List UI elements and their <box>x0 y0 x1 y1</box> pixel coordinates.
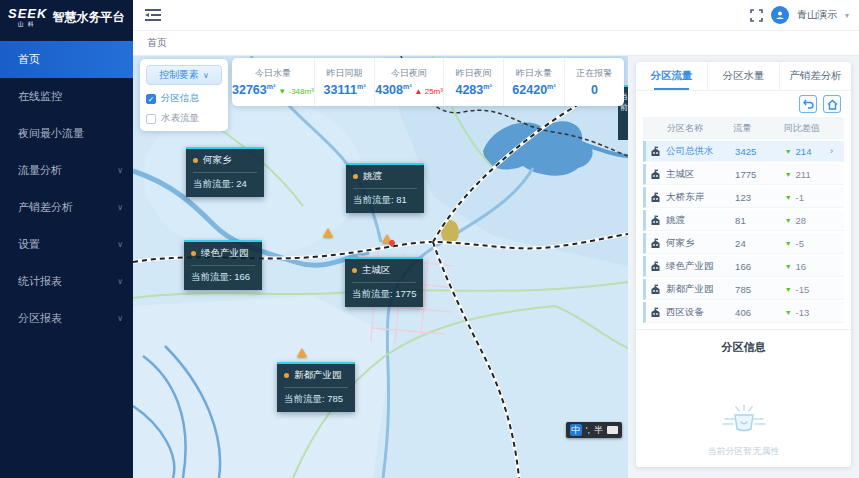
right-panel: 分区流量 分区水量 产销差分析 <box>628 56 859 478</box>
map-canvas[interactable]: 控制要素 ∨ ✓ 分区信息 水表流量 <box>133 56 628 478</box>
zone-tooltip[interactable]: 新都产业园 当前流量: 785 <box>277 362 355 412</box>
zone-table: 公司总供水 3425 ▼ 214 › <box>636 139 851 325</box>
zone-info-title: 分区信息 <box>722 340 766 355</box>
panel-tab[interactable]: 分区水量 <box>708 62 780 90</box>
zone-name: 姚渡 <box>363 170 382 183</box>
avatar[interactable] <box>771 6 789 24</box>
stat-value: 62420 <box>512 83 547 97</box>
topbar-right: 青山演示 ▾ <box>750 6 849 24</box>
logo-main-text: SEEK <box>8 7 47 20</box>
building-icon <box>650 169 661 180</box>
zone-flow-value: 166 <box>234 271 250 282</box>
trend-down-icon: ▼ <box>785 194 792 201</box>
stat-unit: m³ <box>403 83 412 90</box>
zone-flow-row: 当前流量: 785 <box>284 393 348 406</box>
undo-button[interactable] <box>799 95 817 113</box>
layer-checkbox-row[interactable]: 水表流量 <box>146 112 222 125</box>
zone-flow-row: 当前流量: 81 <box>353 194 417 207</box>
zone-info-section: 分区信息 当前分区暂无属性 <box>636 329 851 467</box>
zone-row-name: 西区设备 <box>666 306 704 319</box>
undo-icon <box>803 99 814 109</box>
zone-row-diff: ▼ -13 <box>779 307 830 318</box>
panel-tab[interactable]: 分区流量 <box>636 62 708 90</box>
zone-dot-icon <box>193 158 198 163</box>
user-icon <box>775 10 785 20</box>
zone-row-flow: 166 <box>735 261 779 272</box>
sidebar-item-label: 夜间最小流量 <box>18 127 84 139</box>
sidebar-item[interactable]: 首页 ∨ <box>0 41 133 78</box>
table-row[interactable]: 姚渡 81 ▼ 28 › <box>643 210 844 231</box>
sidebar-item[interactable]: 在线监控 ∨ <box>0 78 133 115</box>
sidebar-item-label: 首页 <box>18 53 40 65</box>
checkbox-icon[interactable]: ✓ <box>146 94 156 104</box>
zone-name: 绿色产业园 <box>201 247 249 260</box>
panel-tab[interactable]: 产销差分析 <box>780 62 851 90</box>
zone-dot-icon <box>284 373 289 378</box>
ime-language-toggle[interactable]: 中 <box>570 424 582 436</box>
trend-down-icon: ▼ <box>785 217 792 224</box>
home-button[interactable] <box>823 95 841 113</box>
panel-tabs: 分区流量 分区水量 产销差分析 <box>636 62 851 91</box>
table-row[interactable]: 绿色产业园 166 ▼ 16 › <box>643 256 844 277</box>
ime-keyboard-icon[interactable] <box>607 426 618 434</box>
sidebar-item[interactable]: 分区报表 ∨ <box>0 300 133 337</box>
fullscreen-icon[interactable] <box>750 9 763 22</box>
stat-delta: ▼ -348m³ <box>278 87 314 96</box>
sidebar-item[interactable]: 流量分析 ∨ <box>0 152 133 189</box>
map-layer-control: 控制要素 ∨ ✓ 分区信息 水表流量 <box>140 59 228 131</box>
table-row[interactable]: 新都产业园 785 ▼ -15 › <box>643 279 844 300</box>
checkbox-icon[interactable] <box>146 114 156 124</box>
table-row[interactable]: 大桥东岸 123 ▼ -1 › <box>643 187 844 208</box>
trend-down-icon: ▼ <box>785 263 792 270</box>
sidebar-item-label: 在线监控 <box>18 90 62 102</box>
breadcrumb[interactable]: 首页 <box>147 36 167 50</box>
sidebar-item[interactable]: 设置 ∨ <box>0 226 133 263</box>
zone-flow-label: 当前流量: <box>191 271 232 282</box>
sidebar-item-label: 流量分析 <box>18 164 62 176</box>
zone-tooltip[interactable]: 何家乡 当前流量: 24 <box>186 147 264 197</box>
stat-unit: m³ <box>547 83 556 90</box>
flow-arrow-marker[interactable] <box>323 228 333 237</box>
stat-value-row: 4283m³ <box>455 83 491 97</box>
chevron-down-icon: ∨ <box>203 71 209 80</box>
flow-arrow-marker[interactable] <box>297 348 307 357</box>
zone-name: 新都产业园 <box>294 369 342 382</box>
layer-checkbox-row[interactable]: ✓ 分区信息 <box>146 92 222 105</box>
zone-tooltip[interactable]: 姚渡 当前流量: 81 <box>346 163 424 213</box>
table-header: 分区名称 流量 同比差值 <box>643 117 844 139</box>
stat-value: 4308 <box>375 83 403 97</box>
sidebar-item-label: 产销差分析 <box>18 201 73 213</box>
table-row[interactable]: 公司总供水 3425 ▼ 214 › <box>643 141 844 162</box>
trend-arrow-icon: ▼ <box>278 87 286 96</box>
user-dropdown-caret-icon[interactable]: ▾ <box>845 11 849 20</box>
ime-punctuation-toggle[interactable]: ', <box>586 425 590 435</box>
zone-tooltip[interactable]: 主城区 当前流量: 1775 <box>345 257 423 307</box>
zone-row-diff-value: -13 <box>796 307 810 318</box>
table-row[interactable]: 主城区 1775 ▼ 211 › <box>643 164 844 185</box>
stat-delta-value: -348m³ <box>288 87 313 96</box>
row-name-cell: 绿色产业园 <box>646 260 735 273</box>
zone-row-diff-value: 214 <box>796 146 812 157</box>
sidebar-menu: 首页 ∨ 在线监控 ∨ 夜间最小流量 ∨ 流量分析 ∨ <box>0 41 133 337</box>
empty-state: 当前分区暂无属性 <box>708 403 780 458</box>
zone-row-name: 新都产业园 <box>666 283 714 296</box>
zone-tooltip[interactable]: 绿色产业园 当前流量: 166 <box>184 240 262 290</box>
ime-width-toggle[interactable]: 半 <box>594 424 603 437</box>
zone-dot-icon <box>353 174 358 179</box>
layer-dropdown-button[interactable]: 控制要素 ∨ <box>146 65 222 85</box>
username[interactable]: 青山演示 <box>797 8 837 22</box>
layer-dropdown-label: 控制要素 <box>159 68 199 82</box>
chevron-down-icon: ∨ <box>117 152 123 189</box>
sidebar-item[interactable]: 夜间最小流量 ∨ <box>0 115 133 152</box>
sidebar-item[interactable]: 统计报表 ∨ <box>0 263 133 300</box>
sidebar-item[interactable]: 产销差分析 ∨ <box>0 189 133 226</box>
zone-flow-label: 当前流量: <box>352 288 393 299</box>
zone-dot-icon <box>191 251 196 256</box>
table-row[interactable]: 何家乡 24 ▼ -5 › <box>643 233 844 254</box>
row-name-cell: 公司总供水 <box>646 145 735 158</box>
table-row[interactable]: 西区设备 406 ▼ -13 › <box>643 302 844 323</box>
building-icon <box>650 146 661 157</box>
stats-card: 今日水量 32763m³▼ -348m³ 昨日同期 33111m³ <box>232 58 624 106</box>
zone-flow-row: 当前流量: 24 <box>193 178 257 191</box>
collapse-sidebar-icon[interactable] <box>145 8 161 22</box>
